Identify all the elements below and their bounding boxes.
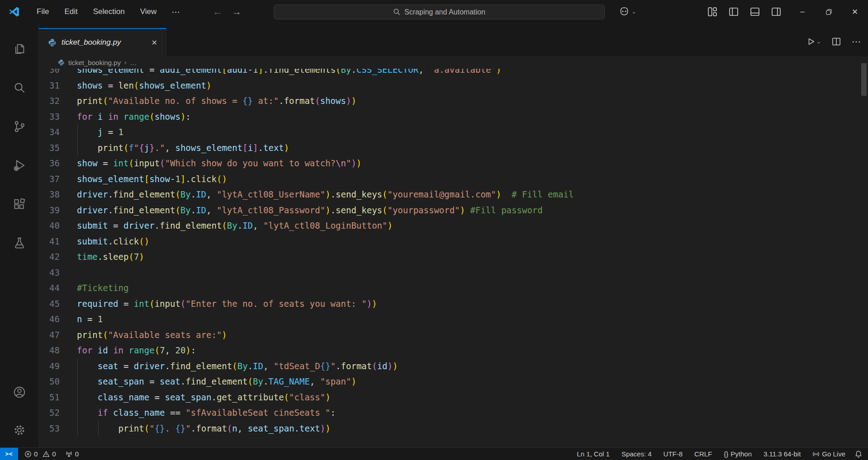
copilot-menu[interactable]: ⌄ [619, 6, 636, 17]
code-line[interactable]: 37shows_element[show-1].click() [39, 171, 868, 187]
tab-ticket-booking[interactable]: ticket_booking.py ✕ [39, 28, 166, 56]
run-python-button[interactable]: ⌄ [807, 38, 821, 46]
customize-layout-icon[interactable] [707, 7, 717, 17]
braces-icon: {} [724, 450, 728, 458]
line-number: 33 [39, 109, 60, 125]
error-count: 0 [34, 450, 38, 458]
menu-view[interactable]: View [134, 5, 163, 19]
code-line[interactable]: 30shows_element = audi_element[audi-1].f… [39, 69, 868, 78]
code-text: driver.find_element(By.ID, "lytA_ctl08_P… [77, 202, 543, 218]
code-line[interactable]: 38driver.find_element(By.ID, "lytA_ctl08… [39, 187, 868, 202]
code-line[interactable]: 52 if class_name == "sfAvailableSeat cin… [39, 405, 868, 421]
code-text: #Ticketing [77, 280, 128, 296]
go-live-label: Go Live [822, 450, 845, 458]
code-line[interactable]: 35 print(f"{j}.", shows_element[i].text) [39, 140, 868, 156]
cursor-position[interactable]: Ln 1, Col 1 [574, 448, 612, 460]
code-text: required = int(input("Enter the no. of s… [77, 296, 377, 312]
explorer-icon[interactable] [12, 42, 27, 56]
code-line[interactable]: 42time.sleep(7) [39, 249, 868, 265]
code-line[interactable]: 43 [39, 265, 868, 281]
line-number: 53 [39, 421, 60, 437]
python-file-icon-small [58, 59, 65, 66]
code-line[interactable]: 40submit = driver.find_element(By.ID, "l… [39, 218, 868, 234]
line-number: 35 [39, 140, 60, 156]
code-line[interactable]: 32print("Available no. of shows = {} at:… [39, 93, 868, 109]
code-line[interactable]: 47print("Available seats are:") [39, 327, 868, 343]
language-label: Python [730, 450, 752, 458]
run-dropdown-icon[interactable]: ⌄ [816, 38, 821, 45]
run-icon [807, 38, 815, 46]
interpreter-label: 3.11.3 64-bit [764, 450, 801, 458]
search-sidebar-icon[interactable] [12, 80, 27, 95]
encoding-setting[interactable]: UTF-8 [661, 448, 686, 460]
notifications-bell-icon[interactable] [854, 450, 863, 458]
menu-file[interactable]: File [31, 5, 55, 19]
chevron-down-icon: ⌄ [631, 8, 636, 15]
code-line[interactable]: 34 j = 1 [39, 124, 868, 140]
source-control-icon[interactable] [12, 119, 27, 134]
code-line[interactable]: 45required = int(input("Enter the no. of… [39, 296, 868, 312]
python-interpreter[interactable]: 3.11.3 64-bit [761, 448, 803, 460]
extensions-icon[interactable] [12, 197, 27, 211]
ports-indicator[interactable]: 0 [62, 448, 81, 460]
code-text: print("{}. {}".format(n, seat_span.text)… [77, 421, 331, 437]
language-mode[interactable]: {} Python [721, 448, 754, 460]
code-text: n = 1 [77, 311, 103, 327]
split-editor-icon[interactable] [832, 37, 841, 46]
menu-more-icon[interactable]: ⋯ [166, 5, 185, 19]
minimize-button[interactable]: – [789, 0, 816, 23]
code-line[interactable]: 51 class_name = seat_span.get_attribute(… [39, 390, 868, 405]
code-text: if class_name == "sfAvailableSeat cineSe… [77, 405, 336, 421]
ports-count: 0 [75, 450, 79, 458]
account-icon[interactable] [12, 385, 27, 399]
toggle-panel-icon[interactable] [750, 7, 760, 17]
line-number: 42 [39, 249, 60, 265]
code-line[interactable]: 31shows = len(shows_element) [39, 78, 868, 94]
menu-selection[interactable]: Selection [87, 5, 131, 19]
editor-scrollbar-thumb[interactable] [861, 63, 867, 96]
toggle-secondary-sidebar-icon[interactable] [771, 7, 781, 17]
code-line[interactable]: 39driver.find_element(By.ID, "lytA_ctl08… [39, 202, 868, 218]
toggle-primary-sidebar-icon[interactable] [729, 7, 739, 17]
menu-edit[interactable]: Edit [58, 5, 83, 19]
line-number: 47 [39, 327, 60, 343]
code-line[interactable]: 48for id in range(7, 20): [39, 343, 868, 358]
copilot-icon [619, 6, 630, 17]
code-line[interactable]: 46n = 1 [39, 311, 868, 327]
code-text: for id in range(7, 20): [77, 343, 196, 358]
code-editor[interactable]: 30shows_element = audi_element[audi-1].f… [39, 69, 868, 447]
tab-close-icon[interactable]: ✕ [149, 38, 160, 48]
code-line[interactable]: 53 print("{}. {}".format(n, seat_span.te… [39, 421, 868, 437]
code-line[interactable]: 44#Ticketing [39, 280, 868, 296]
remote-indicator[interactable]: >< [0, 448, 18, 460]
code-line[interactable]: 41submit.click() [39, 234, 868, 249]
code-line[interactable]: 49 seat = driver.find_element(By.ID, "td… [39, 358, 868, 374]
line-number: 36 [39, 155, 60, 171]
navigate-forward-icon[interactable]: → [232, 6, 242, 18]
line-number: 45 [39, 296, 60, 312]
breadcrumb-symbol-more[interactable]: … [130, 59, 137, 66]
command-center-search[interactable]: Scraping and Automation [274, 5, 605, 19]
code-line[interactable]: 33for i in range(shows): [39, 109, 868, 125]
go-live-button[interactable]: Go Live [810, 448, 848, 460]
breadcrumb: ticket_booking.py › … [39, 56, 868, 69]
code-line[interactable]: 50 seat_span = seat.find_element(By.TAG_… [39, 374, 868, 390]
code-line[interactable]: 36show = int(input("Which show do you wa… [39, 155, 868, 171]
line-number: 40 [39, 218, 60, 234]
code-text: print("Available no. of shows = {} at:".… [77, 93, 356, 109]
breadcrumb-separator-icon: › [124, 59, 127, 66]
restore-icon [825, 9, 832, 15]
indentation-setting[interactable]: Spaces: 4 [619, 448, 655, 460]
settings-gear-icon[interactable] [12, 423, 27, 437]
breadcrumb-file[interactable]: ticket_booking.py [68, 59, 121, 66]
run-debug-icon[interactable] [12, 158, 27, 173]
radio-tower-icon [65, 450, 73, 458]
restore-button[interactable] [816, 0, 842, 23]
problems-indicator[interactable]: 0 0 [22, 448, 59, 460]
eol-setting[interactable]: CRLF [692, 448, 715, 460]
testing-icon[interactable] [12, 236, 27, 250]
editor-more-actions-icon[interactable]: ⋯ [852, 36, 861, 47]
code-text: time.sleep(7) [77, 249, 144, 265]
close-window-button[interactable]: ✕ [842, 0, 868, 23]
navigate-back-icon[interactable]: ← [213, 6, 223, 18]
